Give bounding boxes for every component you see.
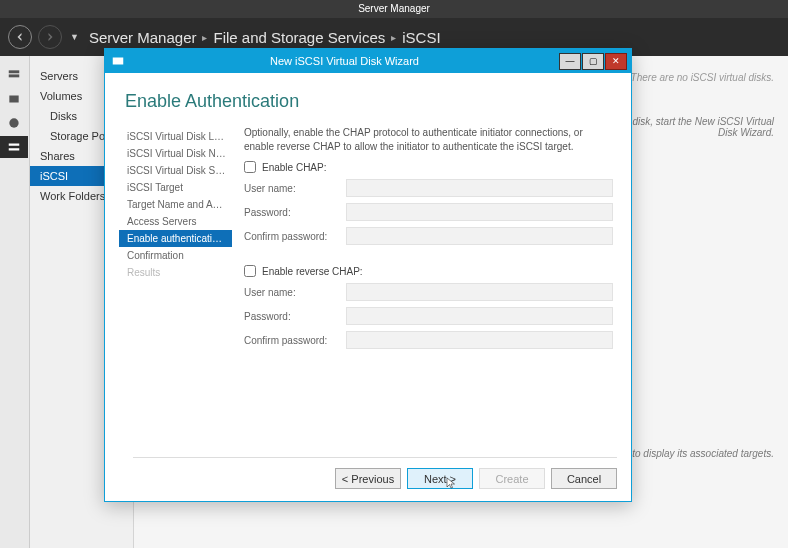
breadcrumb: Server Manager ▸ File and Storage Servic… [89, 29, 441, 46]
maximize-button[interactable]: ▢ [582, 53, 604, 70]
wizard-heading: Enable Authentication [119, 73, 631, 124]
step-access-servers[interactable]: Access Servers [119, 213, 232, 230]
step-enable-auth[interactable]: Enable authentication ser... [119, 230, 232, 247]
chevron-right-icon: ▸ [202, 32, 207, 43]
rchap-pass-input[interactable] [346, 307, 613, 325]
rchap-user-label: User name: [244, 287, 346, 298]
rail-storage-icon[interactable] [0, 136, 28, 158]
enable-reverse-chap-label: Enable reverse CHAP: [262, 266, 363, 277]
breadcrumb-l1[interactable]: File and Storage Services [213, 29, 385, 46]
chap-pass-label: Password: [244, 207, 346, 218]
svg-rect-0 [9, 70, 20, 73]
step-size[interactable]: iSCSI Virtual Disk Size [119, 162, 232, 179]
next-button[interactable]: Next > [407, 468, 473, 489]
wizard-button-bar: < Previous Next > Create Cancel [119, 458, 631, 501]
step-results: Results [119, 264, 232, 281]
step-target[interactable]: iSCSI Target [119, 179, 232, 196]
wizard-description: Optionally, enable the CHAP protocol to … [244, 126, 613, 153]
step-name[interactable]: iSCSI Virtual Disk Name [119, 145, 232, 162]
rail-disk-icon[interactable] [0, 88, 28, 110]
wizard-title: New iSCSI Virtual Disk Wizard [131, 55, 558, 67]
hint-message: disk, start the New iSCSI Virtual Disk W… [614, 116, 774, 138]
chap-confirm-input[interactable] [346, 227, 613, 245]
targets-hint: VHD to display its associated targets. [608, 448, 774, 459]
svg-point-3 [9, 118, 18, 127]
wizard-steps: iSCSI Virtual Disk Location iSCSI Virtua… [119, 124, 232, 457]
wizard-dialog: New iSCSI Virtual Disk Wizard — ▢ ✕ Enab… [104, 48, 632, 502]
enable-chap-label: Enable CHAP: [262, 162, 326, 173]
svg-rect-1 [9, 74, 20, 77]
chevron-right-icon: ▸ [391, 32, 396, 43]
breadcrumb-root[interactable]: Server Manager [89, 29, 197, 46]
step-location[interactable]: iSCSI Virtual Disk Location [119, 128, 232, 145]
cancel-button[interactable]: Cancel [551, 468, 617, 489]
chap-user-input[interactable] [346, 179, 613, 197]
breadcrumb-l2[interactable]: iSCSI [402, 29, 440, 46]
create-button: Create [479, 468, 545, 489]
chap-confirm-label: Confirm password: [244, 231, 346, 242]
arrow-left-icon [14, 31, 26, 43]
chap-pass-input[interactable] [346, 203, 613, 221]
minimize-button[interactable]: — [559, 53, 581, 70]
wizard-form: Optionally, enable the CHAP protocol to … [232, 124, 631, 457]
history-dropdown-icon[interactable]: ▼ [70, 32, 79, 42]
step-confirmation[interactable]: Confirmation [119, 247, 232, 264]
svg-rect-5 [113, 58, 124, 65]
enable-reverse-chap-checkbox[interactable] [244, 265, 256, 277]
empty-message: There are no iSCSI virtual disks. [631, 72, 774, 83]
rchap-user-input[interactable] [346, 283, 613, 301]
enable-chap-checkbox[interactable] [244, 161, 256, 173]
app-title: Server Manager [0, 0, 788, 18]
svg-rect-2 [9, 96, 18, 103]
arrow-right-icon [44, 31, 56, 43]
rail-volume-icon[interactable] [0, 112, 28, 134]
wizard-icon [111, 54, 125, 68]
close-button[interactable]: ✕ [605, 53, 627, 70]
icon-rail [0, 56, 30, 548]
back-button[interactable] [8, 25, 32, 49]
rchap-confirm-label: Confirm password: [244, 335, 346, 346]
forward-button[interactable] [38, 25, 62, 49]
rchap-confirm-input[interactable] [346, 331, 613, 349]
step-target-name[interactable]: Target Name and Access [119, 196, 232, 213]
chap-user-label: User name: [244, 183, 346, 194]
wizard-titlebar[interactable]: New iSCSI Virtual Disk Wizard — ▢ ✕ [105, 49, 631, 73]
rail-server-icon[interactable] [0, 64, 28, 86]
previous-button[interactable]: < Previous [335, 468, 401, 489]
rchap-pass-label: Password: [244, 311, 346, 322]
